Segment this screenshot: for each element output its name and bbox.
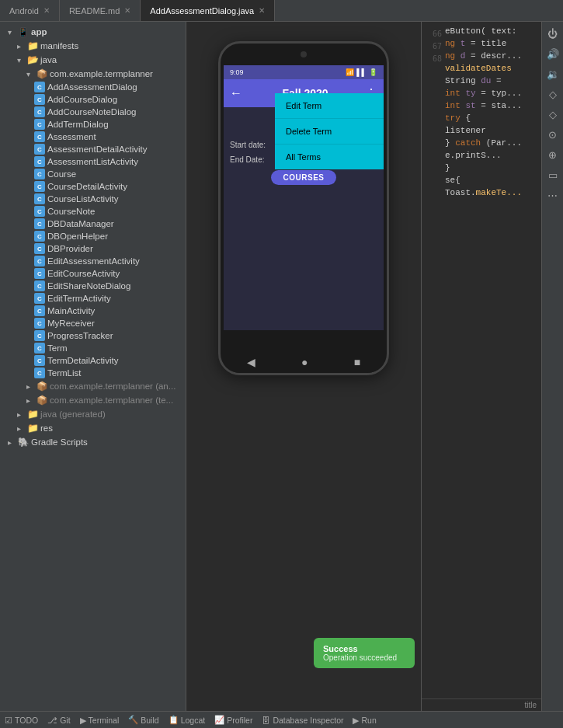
sidebar-item-AddTermDialog[interactable]: C AddTermDialog: [0, 118, 186, 131]
sidebar-item-EditTermActivity[interactable]: C EditTermActivity: [0, 292, 186, 305]
home-nav-button[interactable]: ●: [301, 356, 308, 368]
window-icon[interactable]: ▭: [544, 166, 561, 183]
sidebar-item-AssessmentListActivity[interactable]: C AssessmentListActivity: [0, 155, 186, 168]
rotate-icon[interactable]: ◇: [544, 85, 561, 103]
gradle-icon: 🐘: [17, 436, 30, 448]
package-icon: 📦: [36, 68, 48, 80]
back-button[interactable]: ←: [230, 86, 242, 100]
eraser-icon[interactable]: ◇: [544, 106, 561, 123]
bottom-logcat[interactable]: 📋 Logcat: [169, 715, 206, 725]
sidebar-item-EditShareNoteDialog[interactable]: C EditShareNoteDialog: [0, 280, 186, 292]
more-icon[interactable]: ⋯: [544, 186, 561, 204]
sidebar-item-TermList[interactable]: C TermList: [0, 367, 186, 379]
class-icon: C: [34, 330, 45, 341]
expand-arrow-icon: [3, 436, 16, 448]
sidebar-item-AddCourseDialog[interactable]: C AddCourseDialog: [0, 93, 186, 106]
power-icon[interactable]: ⏻: [544, 25, 561, 42]
sidebar-item-EditAssessmentActivity[interactable]: C EditAssessmentActivity: [0, 255, 186, 267]
profiler-icon: 📈: [214, 715, 224, 725]
tab-android[interactable]: Android ✕: [0, 0, 60, 21]
expand-arrow-icon: [22, 68, 34, 80]
expand-arrow-icon: [12, 408, 25, 420]
phone-screen: 9:09 📶 ▌▌ 🔋 ← Fall 2020 ⋮ Edit Term D: [224, 65, 384, 330]
class-icon: C: [34, 156, 45, 167]
sidebar-item-package-android[interactable]: 📦 com.example.termplanner (an...: [0, 379, 186, 393]
sidebar-item-AddCourseNoteDialog[interactable]: C AddCourseNoteDialog: [0, 106, 186, 118]
database-icon: 🗄: [262, 716, 270, 725]
code-line: }: [445, 162, 537, 174]
bottom-bar: ☑ TODO ⎇ Git ▶ Terminal 🔨 Build 📋 Logcat…: [0, 711, 563, 728]
phone-camera: [301, 51, 307, 57]
sidebar-item-DBOpenHelper[interactable]: C DBOpenHelper: [0, 230, 186, 242]
class-icon: C: [34, 280, 45, 291]
volume-down-icon[interactable]: 🔉: [544, 65, 561, 82]
folder-icon: 📁: [26, 40, 39, 52]
expand-arrow-icon: [12, 54, 25, 66]
sidebar-item-Assessment[interactable]: C Assessment: [0, 131, 186, 143]
dropdown-edit-term[interactable]: Edit Term: [275, 93, 384, 119]
sidebar-item-manifests[interactable]: 📁 manifests: [0, 39, 186, 53]
sidebar-item-package[interactable]: 📦 com.example.termplanner: [0, 67, 186, 81]
code-content: 666768 eButton( text: ng t = title ng d …: [422, 22, 541, 698]
bottom-todo[interactable]: ☑ TODO: [5, 716, 38, 725]
project-sidebar: 📱 app 📁 manifests 📂 java 📦 com.example.t…: [0, 22, 186, 711]
sidebar-item-TermDetailActivity[interactable]: C TermDetailActivity: [0, 354, 186, 367]
sidebar-item-Course[interactable]: C Course: [0, 168, 186, 180]
tab-readme[interactable]: README.md ✕: [60, 0, 141, 21]
sidebar-item-ProgressTracker[interactable]: C ProgressTracker: [0, 329, 186, 342]
bottom-git[interactable]: ⎇ Git: [47, 716, 70, 725]
line-numbers: 666768: [426, 25, 445, 199]
camera-icon[interactable]: ⊙: [544, 126, 561, 143]
app-icon: 📱: [17, 26, 30, 38]
phone-nav-bar: ◀ ● ■: [224, 351, 384, 373]
battery-icon: 🔋: [369, 68, 377, 76]
code-lines: eButton( text: ng t = title ng d = descr…: [445, 25, 537, 199]
close-icon[interactable]: ✕: [124, 6, 130, 15]
folder-icon: 📂: [26, 54, 39, 66]
sidebar-item-CourseListActivity[interactable]: C CourseListActivity: [0, 193, 186, 205]
bottom-build[interactable]: 🔨 Build: [128, 715, 158, 725]
sidebar-item-MyReceiver[interactable]: C MyReceiver: [0, 317, 186, 329]
folder-icon: 📁: [26, 408, 39, 420]
dropdown-all-terms[interactable]: All Terms: [275, 145, 384, 169]
tab-add-assessment[interactable]: AddAssessmentDialog.java ✕: [141, 0, 275, 21]
sidebar-item-java[interactable]: 📂 java: [0, 53, 186, 67]
class-icon: C: [34, 268, 45, 279]
close-icon[interactable]: ✕: [43, 6, 50, 15]
sidebar-item-app[interactable]: 📱 app: [0, 25, 186, 39]
back-nav-button[interactable]: ◀: [247, 356, 255, 368]
sidebar-item-DBProvider[interactable]: C DBProvider: [0, 242, 186, 255]
sidebar-item-res[interactable]: 📁 res: [0, 421, 186, 435]
sidebar-item-AddAssessmentDialog[interactable]: C AddAssessmentDialog: [0, 81, 186, 93]
sidebar-item-package-test[interactable]: 📦 com.example.termplanner (te...: [0, 393, 186, 407]
sidebar-item-Term[interactable]: C Term: [0, 342, 186, 354]
code-editor: 666768 eButton( text: ng t = title ng d …: [421, 22, 541, 711]
close-icon[interactable]: ✕: [259, 6, 265, 15]
bottom-profiler[interactable]: 📈 Profiler: [214, 715, 252, 725]
volume-up-icon[interactable]: 🔊: [544, 45, 561, 62]
class-icon: C: [34, 293, 45, 304]
bottom-terminal[interactable]: ▶ Terminal: [80, 716, 120, 725]
sidebar-item-EditCourseActivity[interactable]: C EditCourseActivity: [0, 267, 186, 280]
todo-icon: ☑: [5, 716, 12, 725]
bottom-run[interactable]: ▶ Run: [353, 716, 376, 725]
code-line: try {: [445, 112, 537, 124]
class-icon: C: [34, 243, 45, 254]
right-toolbar: ⏻ 🔊 🔉 ◇ ◇ ⊙ ⊕ ▭ ⋯: [541, 22, 563, 711]
sidebar-item-AssessmentDetailActivity[interactable]: C AssessmentDetailActivity: [0, 143, 186, 155]
sidebar-item-java-generated[interactable]: 📁 java (generated): [0, 407, 186, 421]
code-line: String du =: [445, 75, 537, 87]
sidebar-item-gradle[interactable]: 🐘 Gradle Scripts: [0, 435, 186, 449]
dropdown-delete-term[interactable]: Delete Term: [275, 119, 384, 145]
sidebar-item-CourseDetailActivity[interactable]: C CourseDetailActivity: [0, 180, 186, 193]
zoom-icon[interactable]: ⊕: [544, 146, 561, 163]
recents-nav-button[interactable]: ■: [354, 356, 360, 368]
sidebar-item-CourseNote[interactable]: C CourseNote: [0, 205, 186, 218]
courses-button[interactable]: COURSES: [271, 170, 337, 185]
sidebar-item-MainActivity[interactable]: C MainActivity: [0, 305, 186, 317]
class-icon: C: [34, 355, 45, 366]
sidebar-item-DBDataManager[interactable]: C DBDataManager: [0, 218, 186, 230]
run-icon: ▶: [353, 716, 359, 725]
build-icon: 🔨: [128, 715, 138, 725]
bottom-database-inspector[interactable]: 🗄 Database Inspector: [262, 716, 343, 725]
